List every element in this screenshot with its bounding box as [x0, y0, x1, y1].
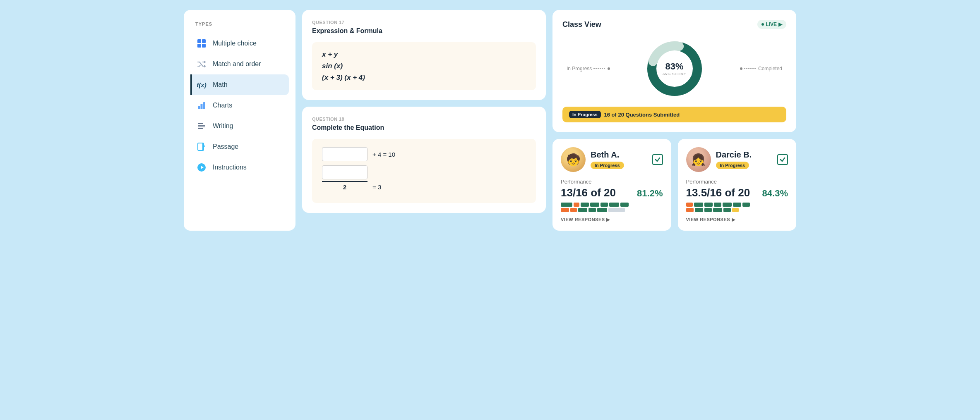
beth-info: 🧒 Beth A. In Progress — [561, 147, 624, 172]
eq-denominator: 2 — [322, 184, 368, 191]
bar — [578, 208, 587, 212]
formula-box: x + y sin (x) (x + 3) (x + 4) — [312, 42, 536, 90]
beth-percentage: 81.2% — [637, 188, 663, 199]
bar — [742, 203, 750, 207]
bar — [732, 208, 739, 212]
eq-fraction: 2 — [322, 165, 368, 191]
beth-status: In Progress — [591, 162, 624, 169]
formula-line-2: sin (x) — [322, 62, 526, 70]
darcie-percentage: 84.3% — [762, 188, 788, 199]
sidebar-item-multiple-choice[interactable]: Multiple choice — [190, 33, 289, 54]
formula-line-3: (x + 3) (x + 4) — [322, 74, 526, 82]
live-badge: LIVE ▶ — [757, 20, 786, 29]
class-view-header: Class View LIVE ▶ — [562, 20, 786, 29]
avg-score-pct: 83% — [663, 61, 686, 72]
play-icon — [196, 162, 207, 173]
sidebar-item-match-order[interactable]: Match and order — [190, 54, 289, 74]
question-17-title: Expression & Formula — [312, 27, 536, 35]
svg-point-17 — [608, 67, 610, 70]
sidebar-label-charts: Charts — [213, 102, 232, 109]
bar-chart-icon — [196, 100, 207, 111]
question-17-card: QUESTION 17 Expression & Formula x + y s… — [302, 10, 546, 100]
right-panels: Class View LIVE ▶ — [552, 10, 796, 231]
formula-line-1: x + y — [322, 50, 526, 59]
beth-checkbox[interactable] — [652, 154, 663, 165]
bar — [581, 203, 589, 207]
bar — [561, 203, 572, 207]
bar — [733, 203, 741, 207]
bar — [713, 208, 722, 212]
lines-icon — [196, 121, 207, 131]
darcie-checkbox[interactable] — [777, 154, 788, 165]
question-17-number: QUESTION 17 — [312, 20, 536, 25]
live-arrow: ▶ — [778, 21, 782, 27]
darcie-bars — [686, 203, 788, 212]
bar — [608, 208, 625, 212]
sidebar-item-passage[interactable]: Passage — [190, 136, 289, 157]
eq-input-2[interactable] — [322, 165, 368, 179]
sidebar-item-instructions[interactable]: Instructions — [190, 157, 289, 178]
question-18-number: QUESTION 18 — [312, 117, 536, 122]
sidebar-label-match-order: Match and order — [213, 60, 261, 68]
students-bottom-row: 🧒 Beth A. In Progress Performance — [552, 139, 796, 231]
svg-rect-1 — [202, 39, 206, 43]
sidebar-label-passage: Passage — [213, 143, 238, 150]
eq-divider — [322, 181, 368, 182]
bar — [686, 208, 694, 212]
darcie-view-responses[interactable]: VIEW RESPONSES ▶ — [686, 217, 788, 222]
darcie-avatar: 👧 — [686, 147, 711, 172]
darcie-header: 👧 Darcie B. In Progress — [686, 147, 788, 172]
sidebar-item-charts[interactable]: Charts — [190, 95, 289, 116]
bar — [574, 203, 579, 207]
main-layout: TYPES Multiple choice — [184, 10, 796, 231]
beth-header: 🧒 Beth A. In Progress — [561, 147, 663, 172]
eq-text-2: = 3 — [372, 184, 381, 191]
fx-icon: f(x) — [196, 79, 207, 90]
sidebar-item-writing[interactable]: Writing — [190, 116, 289, 136]
darcie-name: Darcie B. — [716, 150, 752, 160]
avg-score-label: AVG SCORE — [663, 72, 686, 76]
bar — [561, 208, 569, 212]
book-icon — [196, 141, 207, 152]
live-label: LIVE — [766, 21, 777, 27]
bar — [609, 203, 619, 207]
bar — [714, 203, 721, 207]
sidebar-label-multiple-choice: Multiple choice — [213, 40, 257, 47]
left-sidebar: TYPES Multiple choice — [184, 10, 295, 231]
bar — [588, 208, 596, 212]
darcie-name-status: Darcie B. In Progress — [716, 150, 752, 169]
in-progress-donut-label: In Progress — [567, 66, 610, 72]
eq-text-1: + 4 = 10 — [372, 151, 395, 158]
svg-point-18 — [740, 67, 742, 70]
questions-submitted-text: 16 of 20 Questions Submitted — [604, 112, 680, 118]
grid-icon — [196, 38, 207, 49]
beth-bars — [561, 203, 663, 212]
svg-rect-2 — [197, 44, 201, 48]
beth-performance-label: Performance — [561, 179, 663, 185]
beth-avatar: 🧒 — [561, 147, 586, 172]
bar — [704, 203, 713, 207]
beth-card: 🧒 Beth A. In Progress Performance — [552, 139, 671, 231]
questions-panel: QUESTION 17 Expression & Formula x + y s… — [302, 10, 546, 231]
eq-row-2: 2 = 3 — [322, 165, 526, 191]
svg-rect-0 — [197, 39, 201, 43]
svg-rect-6 — [203, 102, 205, 109]
bar — [723, 208, 731, 212]
live-dot — [761, 23, 764, 26]
shuffle-icon — [196, 59, 207, 69]
question-18-card: QUESTION 18 Complete the Equation + 4 = … — [302, 107, 546, 213]
completed-donut-label: Completed — [740, 66, 782, 72]
bar — [597, 208, 607, 212]
sidebar-label-writing: Writing — [213, 122, 233, 130]
sidebar-item-math[interactable]: f(x) Math — [190, 74, 289, 95]
donut-chart: 83% AVG SCORE — [633, 36, 716, 102]
class-view-title: Class View — [562, 20, 601, 29]
eq-input-1[interactable] — [322, 147, 368, 161]
beth-bars-row1 — [561, 203, 663, 207]
beth-view-responses[interactable]: VIEW RESPONSES ▶ — [561, 217, 663, 222]
beth-performance-score: 13/16 of 20 81.2% — [561, 186, 663, 199]
darcie-info: 👧 Darcie B. In Progress — [686, 147, 752, 172]
beth-name: Beth A. — [591, 150, 624, 160]
bar — [570, 208, 577, 212]
beth-name-status: Beth A. In Progress — [591, 150, 624, 169]
